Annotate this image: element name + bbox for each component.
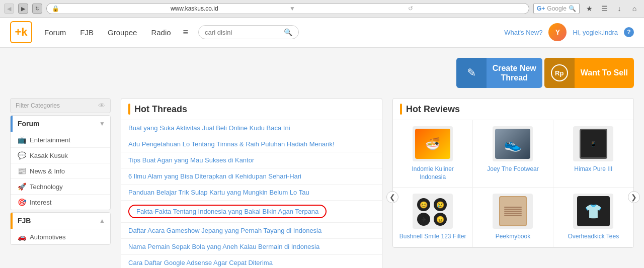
want-to-sell-icon: Rp	[544, 58, 575, 88]
fjb-collapse-arrow: ▲	[99, 217, 105, 224]
thread-link-2[interactable]: Adu Pengetahuan Lo Tentang Timnas & Raih…	[128, 140, 335, 148]
thread-link-3[interactable]: Tips Buat Agan yang Mau Sukses di Kantor	[128, 156, 254, 164]
news-info-icon: 📰	[18, 167, 26, 175]
review-item-peekmybook[interactable]: Peekmybook	[473, 188, 553, 247]
hot-reviews-title: Hot Reviews	[406, 104, 460, 115]
thread-item-1[interactable]: Buat yang Suka Aktivitas Jual Beli Onlin…	[121, 120, 382, 136]
browser-chrome: ◀ ▶ ↻ 🔒 www.kaskus.co.id ▼ ↺ G+ Google 🔍…	[0, 0, 644, 18]
google-search-bar[interactable]: G+ Google 🔍	[533, 3, 580, 14]
nav-forum[interactable]: Forum	[42, 28, 68, 37]
sidebar: Filter Categories 👁 Forum ▼ 📺 Entertainm…	[10, 98, 111, 268]
entertainment-icon: 📺	[18, 136, 26, 144]
filter-categories[interactable]: Filter Categories 👁	[10, 98, 111, 113]
thread-link-7[interactable]: Daftar Acara Gameshow Jepang yang Pernah…	[128, 227, 321, 234]
thread-item-4[interactable]: 6 Ilmu Alam yang Bisa Diterapkan di Kehi…	[121, 168, 382, 185]
user-avatar[interactable]: Y	[548, 23, 567, 41]
forum-section-header[interactable]: Forum ▼	[11, 116, 110, 132]
thread-item-2[interactable]: Adu Pengetahuan Lo Tentang Timnas & Raih…	[121, 136, 382, 152]
address-bar[interactable]: 🔒 www.kaskus.co.id ▼ ↺	[46, 3, 529, 14]
filter-eye-icon: 👁	[98, 102, 105, 110]
kasak-kusuk-icon: 💬	[18, 151, 26, 159]
bookmark-button[interactable]: ★	[584, 3, 595, 14]
emoji-visual: 😊 😢 ✈ 😠	[415, 196, 450, 226]
himax-image: 📱	[573, 126, 613, 161]
book-visual	[499, 196, 527, 226]
book-line-4	[504, 213, 522, 214]
create-thread-label: Create New Thread	[487, 63, 542, 82]
sidebar-item-news-info-label: News & Info	[30, 167, 65, 175]
thread-link-5[interactable]: Panduan Belajar Trik Sulap Kartu yang Mu…	[128, 189, 309, 196]
joey-title: Joey The Footwear	[478, 165, 547, 173]
back-button[interactable]: ◀	[4, 4, 14, 14]
sidebar-item-news-info[interactable]: 📰 News & Info	[11, 163, 110, 178]
want-to-sell-label: Want To Sell	[575, 68, 634, 77]
google-icon: G+	[537, 5, 545, 12]
thread-link-8[interactable]: Nama Pemain Sepak Bola yang Aneh Kalau B…	[128, 243, 319, 250]
thread-list: Buat yang Suka Aktivitas Jual Beli Onlin…	[121, 120, 382, 268]
want-to-sell-button[interactable]: Rp Want To Sell	[544, 58, 634, 88]
thread-item-5[interactable]: Panduan Belajar Trik Sulap Kartu yang Mu…	[121, 185, 382, 201]
fjb-section-title: FJB	[18, 217, 31, 225]
search-magnifier: 🔍	[569, 5, 576, 12]
sidebar-item-entertainment-label: Entertainment	[30, 136, 70, 144]
thread-item-9[interactable]: Cara Daftar Google Adsense Agar Cepat Di…	[121, 255, 382, 268]
header-right: What's New? Y Hi, yogiek.indra ?	[504, 23, 634, 41]
sidebar-item-entertainment[interactable]: 📺 Entertainment	[11, 132, 110, 147]
help-icon[interactable]: ?	[624, 27, 634, 37]
search-input[interactable]	[205, 29, 281, 36]
thread-link-1[interactable]: Buat yang Suka Aktivitas Jual Beli Onlin…	[128, 124, 290, 132]
thread-item-7[interactable]: Daftar Acara Gameshow Jepang yang Pernah…	[121, 223, 382, 239]
nav-fjb[interactable]: FJB	[78, 28, 96, 37]
nav-radio[interactable]: Radio	[149, 28, 173, 37]
thread-link-6[interactable]: Fakta-Fakta Tentang Indonesia yang Bakal…	[128, 205, 327, 218]
create-thread-button[interactable]: ✎ Create New Thread	[456, 58, 542, 88]
sidebar-item-technology[interactable]: 🚀 Technology	[11, 178, 110, 194]
main-content: Filter Categories 👁 Forum ▼ 📺 Entertainm…	[0, 93, 644, 268]
username-link[interactable]: Hi, yogiek.indra	[573, 29, 618, 36]
home-button[interactable]: ⌂	[629, 3, 640, 14]
hot-reviews-header: Hot Reviews	[393, 99, 633, 120]
search-icon[interactable]: 🔍	[284, 28, 292, 36]
review-item-bushnell[interactable]: 😊 😢 ✈ 😠 Bushnell Smile 123 Filter	[393, 188, 473, 247]
review-item-joey[interactable]: 👟 Joey The Footwear	[473, 120, 553, 188]
book-line-5	[504, 215, 522, 216]
bookmarks-button[interactable]: ☰	[599, 3, 610, 14]
peekmybook-image	[493, 194, 533, 229]
peekmybook-title: Peekmybook	[478, 233, 547, 241]
shoe-visual: 👟	[495, 129, 530, 159]
review-item-overheadkick[interactable]: 👕 Overheadkick Tees	[553, 188, 633, 247]
thread-item-8[interactable]: Nama Pemain Sepak Bola yang Aneh Kalau B…	[121, 239, 382, 255]
review-item-himax[interactable]: 📱 Himax Pure III	[553, 120, 633, 188]
indomie-visual: 🍜	[415, 129, 450, 159]
thread-item-3[interactable]: Tips Buat Agan yang Mau Sukses di Kantor	[121, 152, 382, 168]
url-text: www.kaskus.co.id	[171, 5, 286, 12]
reviews-prev-button[interactable]: ❮	[386, 191, 398, 203]
fjb-section-header[interactable]: FJB ▲	[11, 213, 110, 229]
site-search-box[interactable]: 🔍	[198, 25, 299, 39]
sidebar-item-kasak-kusuk[interactable]: 💬 Kasak Kusuk	[11, 147, 110, 163]
forward-button[interactable]: ▶	[18, 4, 28, 14]
review-item-indomie[interactable]: 🍜 Indomie Kuliner Indonesia	[393, 120, 473, 188]
reviews-grid: 🍜 Indomie Kuliner Indonesia 👟 Joey The F…	[393, 120, 633, 247]
nav-groupee[interactable]: Groupee	[106, 28, 139, 37]
hamburger-menu[interactable]: ≡	[183, 27, 189, 38]
sidebar-item-automotives[interactable]: 🚗 Automotives	[11, 229, 110, 244]
sidebar-item-interest[interactable]: 🎯 Interest	[11, 194, 110, 210]
filter-label: Filter Categories	[16, 102, 60, 109]
thread-item-6[interactable]: Fakta-Fakta Tentang Indonesia yang Bakal…	[121, 201, 382, 223]
whats-new-link[interactable]: What's New?	[504, 29, 542, 36]
thread-link-4[interactable]: 6 Ilmu Alam yang Bisa Diterapkan di Kehi…	[128, 172, 301, 180]
rp-circle: Rp	[551, 64, 568, 81]
download-button[interactable]: ↓	[614, 3, 625, 14]
thread-link-9[interactable]: Cara Daftar Google Adsense Agar Cepat Di…	[128, 259, 273, 266]
himax-title: Himax Pure III	[558, 165, 628, 173]
book-line-1	[504, 207, 522, 208]
refresh-button[interactable]: ↻	[32, 4, 42, 14]
joey-image: 👟	[493, 126, 533, 161]
automotives-icon: 🚗	[18, 233, 26, 241]
reviews-next-button[interactable]: ❯	[628, 191, 640, 203]
book-line-2	[504, 209, 522, 210]
emoji-face-2: 😢	[434, 198, 447, 211]
orange-bar-decorator	[128, 104, 130, 115]
kaskus-logo[interactable]: +k	[10, 21, 32, 43]
